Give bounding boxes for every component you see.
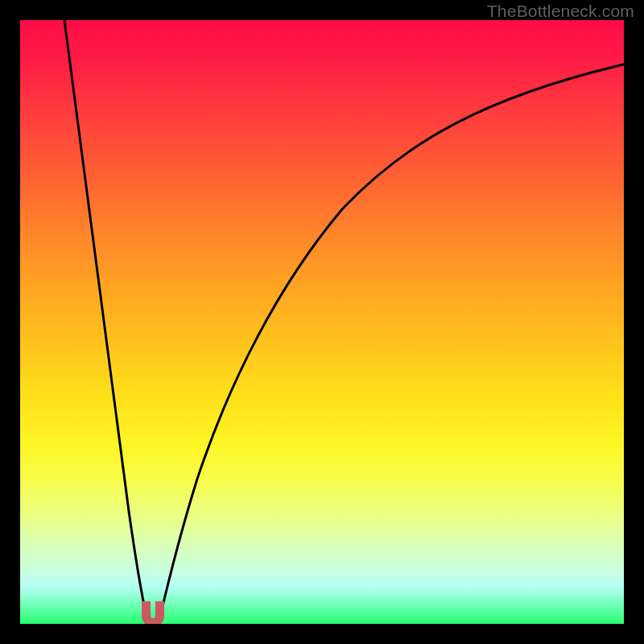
chart-frame: TheBottleneck.com — [0, 0, 644, 644]
dip-marker — [142, 601, 164, 624]
curve-left-branch — [64, 20, 147, 620]
plot-area — [20, 20, 624, 624]
bottleneck-curve — [20, 20, 624, 624]
curve-right-branch — [159, 64, 624, 620]
watermark-text: TheBottleneck.com — [487, 2, 634, 21]
